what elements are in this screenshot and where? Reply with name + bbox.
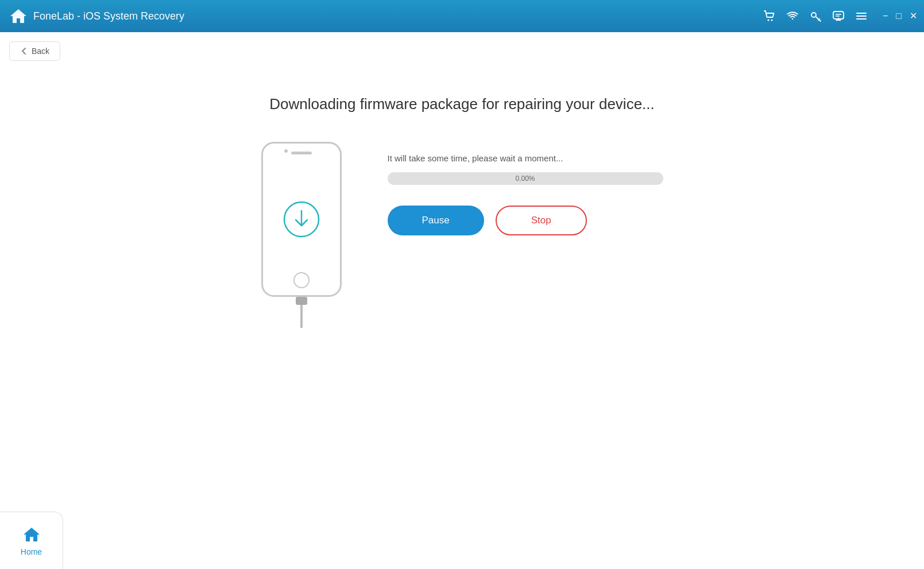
signal-icon[interactable]: [786, 10, 799, 22]
back-arrow-icon: [20, 47, 28, 55]
download-icon: [281, 199, 322, 239]
app-logo-icon: [9, 7, 28, 25]
cart-icon[interactable]: [763, 10, 776, 22]
svg-marker-12: [24, 528, 40, 541]
usb-connector: [296, 297, 307, 305]
svg-marker-0: [10, 9, 26, 23]
home-nav-label: Home: [21, 547, 42, 556]
title-bar: FoneLab - iOS System Recovery: [0, 0, 924, 32]
body-row: It will take some time, please wait a mo…: [261, 142, 663, 328]
content-center: Downloading firmware package for repairi…: [0, 78, 924, 523]
phone-home-button: [293, 272, 310, 288]
close-button[interactable]: ✕: [910, 11, 917, 21]
main-title: Downloading firmware package for repairi…: [269, 95, 655, 113]
title-bar-left: FoneLab - iOS System Recovery: [9, 7, 184, 25]
action-buttons: Pause Stop: [388, 206, 587, 235]
minimize-button[interactable]: −: [883, 11, 888, 21]
key-icon[interactable]: [809, 10, 822, 22]
menu-icon[interactable]: [855, 10, 868, 22]
progress-label: 0.00%: [388, 175, 663, 183]
progress-area: It will take some time, please wait a mo…: [388, 142, 663, 235]
title-bar-right: − □ ✕: [763, 10, 917, 22]
home-nav-icon: [22, 525, 41, 544]
phone-speaker: [291, 152, 312, 154]
main-area: Back Downloading firmware package for re…: [0, 32, 924, 569]
stop-button[interactable]: Stop: [496, 206, 587, 235]
app-title: FoneLab - iOS System Recovery: [33, 10, 184, 22]
progress-bar-track: 0.00%: [388, 172, 663, 185]
svg-point-1: [767, 20, 769, 21]
window-controls: − □ ✕: [883, 11, 917, 21]
phone-illustration: [261, 142, 342, 328]
svg-point-2: [771, 20, 772, 21]
phone-camera: [284, 149, 288, 153]
back-button[interactable]: Back: [9, 41, 60, 61]
back-button-label: Back: [32, 47, 49, 56]
restore-button[interactable]: □: [896, 11, 902, 21]
usb-wire: [300, 305, 303, 328]
wait-message: It will take some time, please wait a mo…: [388, 153, 563, 163]
pause-button[interactable]: Pause: [388, 206, 484, 235]
usb-cable: [296, 297, 307, 328]
chat-icon[interactable]: [832, 10, 845, 22]
phone-device: [261, 142, 342, 297]
bottom-home-nav[interactable]: Home: [0, 512, 63, 569]
